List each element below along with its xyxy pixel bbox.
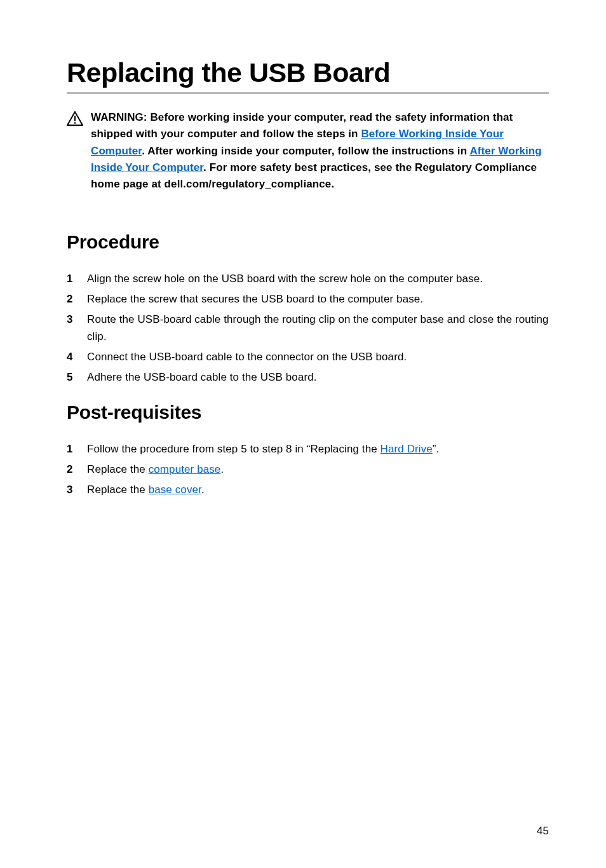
- list-item: Adhere the USB-board cable to the USB bo…: [67, 369, 549, 386]
- list-item: Route the USB-board cable through the ro…: [67, 311, 549, 345]
- step-seg2: ”.: [433, 443, 440, 455]
- warning-block: WARNING: Before working inside your comp…: [67, 109, 549, 193]
- list-item: Follow the procedure from step 5 to step…: [67, 441, 549, 458]
- postrequisites-list: Follow the procedure from step 5 to step…: [67, 441, 549, 499]
- step-seg1: Replace the: [87, 484, 149, 496]
- step-text: Replace the computer base.: [87, 461, 549, 478]
- step-seg2: .: [201, 484, 205, 496]
- step-seg1: Follow the procedure from step 5 to step…: [87, 443, 380, 455]
- link-hard-drive[interactable]: Hard Drive: [380, 443, 433, 455]
- step-text: Align the screw hole on the USB board wi…: [87, 271, 549, 287]
- list-item: Replace the computer base.: [67, 461, 549, 478]
- list-item: Replace the base cover.: [67, 482, 549, 498]
- step-seg1: Replace the: [87, 463, 149, 475]
- list-item: Replace the screw that secures the USB b…: [67, 291, 549, 308]
- link-base-cover[interactable]: base cover: [149, 484, 201, 496]
- list-item: Align the screw hole on the USB board wi…: [67, 271, 549, 287]
- step-text: Connect the USB-board cable to the conne…: [87, 349, 549, 365]
- svg-point-1: [74, 122, 76, 124]
- link-computer-base[interactable]: computer base: [149, 463, 221, 475]
- step-text: Replace the screw that secures the USB b…: [87, 291, 549, 308]
- postrequisites-heading: Post-requisites: [67, 402, 549, 423]
- page-title: Replacing the USB Board: [67, 57, 549, 94]
- step-text: Replace the base cover.: [87, 482, 549, 498]
- list-item: Connect the USB-board cable to the conne…: [67, 349, 549, 365]
- procedure-list: Align the screw hole on the USB board wi…: [67, 271, 549, 386]
- warning-icon: [67, 111, 83, 126]
- page-number: 45: [537, 825, 549, 837]
- warning-seg2: . After working inside your computer, fo…: [142, 145, 469, 157]
- warning-text: WARNING: Before working inside your comp…: [91, 109, 549, 193]
- step-text: Follow the procedure from step 5 to step…: [87, 441, 549, 458]
- step-seg2: .: [220, 463, 224, 475]
- procedure-heading: Procedure: [67, 231, 549, 253]
- step-text: Adhere the USB-board cable to the USB bo…: [87, 369, 549, 386]
- step-text: Route the USB-board cable through the ro…: [87, 311, 549, 345]
